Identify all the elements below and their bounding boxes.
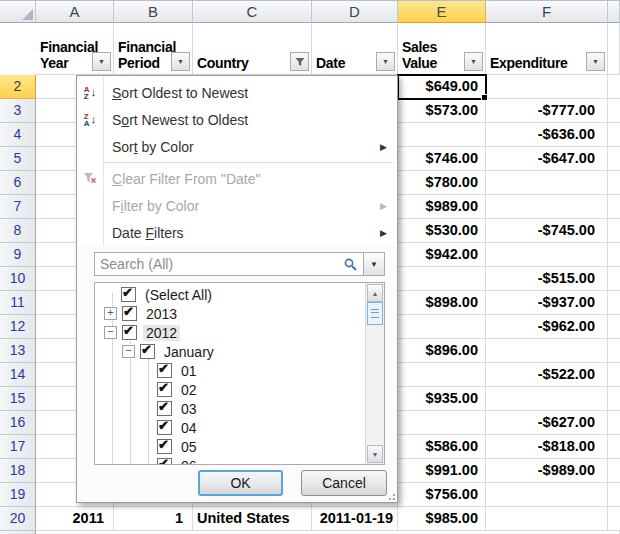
filter-arrow-button-E[interactable]: ▼	[464, 52, 483, 71]
cell-F15[interactable]	[486, 387, 608, 411]
row-header-19[interactable]: 19	[0, 483, 36, 507]
tree-item-label[interactable]: 2013	[143, 306, 180, 322]
cell-F12[interactable]: -$962.00	[486, 315, 608, 339]
cell-C20[interactable]: United States	[193, 507, 312, 531]
filter-arrow-button-F[interactable]: ▼	[586, 52, 605, 71]
tree-item-label[interactable]: 2012	[143, 325, 180, 341]
cell-E15[interactable]: $935.00	[398, 387, 486, 411]
filter-arrow-button-D[interactable]: ▼	[376, 52, 395, 71]
cell-E10[interactable]	[398, 267, 486, 291]
tree-item-label[interactable]: 05	[178, 439, 200, 455]
tree-item-label[interactable]: 01	[178, 363, 200, 379]
checkbox-04[interactable]: ✔	[157, 420, 172, 435]
tree-item-label[interactable]: 04	[178, 420, 200, 436]
scroll-up-button[interactable]: ▲	[367, 284, 383, 302]
tree-item-label[interactable]: 03	[178, 401, 200, 417]
filter-funnel-button-C[interactable]	[290, 52, 309, 71]
row-header-10[interactable]: 10	[0, 267, 36, 291]
cell-B20[interactable]: 1	[114, 507, 193, 531]
scroll-down-button[interactable]: ▼	[367, 445, 383, 463]
checkbox-02[interactable]: ✔	[157, 382, 172, 397]
row-header-7[interactable]: 7	[0, 195, 36, 219]
menu-item-date-filters[interactable]: Date Filters▶	[77, 219, 397, 246]
checkbox-2012[interactable]: ✔	[122, 325, 137, 340]
cell-F3[interactable]: -$777.00	[486, 99, 608, 123]
checkbox-2013[interactable]: ✔	[122, 306, 137, 321]
checkbox-06[interactable]: ✔	[157, 458, 172, 465]
row-header-11[interactable]: 11	[0, 291, 36, 315]
search-input[interactable]	[94, 252, 364, 276]
cell-F7[interactable]	[486, 195, 608, 219]
resize-grip[interactable]	[386, 491, 395, 500]
cell-F6[interactable]	[486, 171, 608, 195]
column-header-B[interactable]: B	[114, 1, 193, 23]
cell-E6[interactable]: $780.00	[398, 171, 486, 195]
expand-icon[interactable]: +	[104, 307, 117, 320]
cell-F19[interactable]	[486, 483, 608, 507]
cell-E2[interactable]: $649.00	[398, 75, 486, 99]
column-header-C[interactable]: C	[193, 1, 312, 23]
row-header-3[interactable]: 3	[0, 99, 36, 123]
menu-item-sort-by-color[interactable]: Sort by Color▶	[77, 133, 397, 160]
row-header-8[interactable]: 8	[0, 219, 36, 243]
cell-E5[interactable]: $746.00	[398, 147, 486, 171]
row-header-14[interactable]: 14	[0, 363, 36, 387]
row-header-13[interactable]: 13	[0, 339, 36, 363]
checkbox-selectall[interactable]: ✔	[121, 287, 136, 302]
row-header-20[interactable]: 20	[0, 507, 36, 531]
checkbox-01[interactable]: ✔	[157, 363, 172, 378]
cell-A20[interactable]: 2011	[36, 507, 114, 531]
menu-item-sort-newest-to-oldest[interactable]: ZA↓Sort Newest to Oldest	[77, 106, 397, 133]
menu-item-sort-oldest-to-newest[interactable]: AZ↓Sort Oldest to Newest	[77, 79, 397, 106]
tree-item-label[interactable]: (Select All)	[142, 287, 215, 303]
cell-F5[interactable]: -$647.00	[486, 147, 608, 171]
checkbox-03[interactable]: ✔	[157, 401, 172, 416]
cell-F11[interactable]: -$937.00	[486, 291, 608, 315]
header-cell-A[interactable]: Financial Year▼	[36, 23, 114, 75]
row-header-15[interactable]: 15	[0, 387, 36, 411]
cell-F10[interactable]: -$515.00	[486, 267, 608, 291]
row-header-12[interactable]: 12	[0, 315, 36, 339]
tree-item-label[interactable]: January	[161, 344, 217, 360]
cell-E17[interactable]: $586.00	[398, 435, 486, 459]
cell-E20[interactable]: $985.00	[398, 507, 486, 531]
checkbox-january[interactable]: ✔	[140, 344, 155, 359]
cell-E9[interactable]: $942.00	[398, 243, 486, 267]
tree-item-label[interactable]: 06	[178, 458, 200, 466]
cell-F18[interactable]: -$989.00	[486, 459, 608, 483]
cell-F13[interactable]	[486, 339, 608, 363]
row-header-16[interactable]: 16	[0, 411, 36, 435]
row-header-6[interactable]: 6	[0, 171, 36, 195]
column-header-F[interactable]: F	[486, 1, 608, 23]
collapse-icon[interactable]: −	[104, 326, 117, 339]
filter-arrow-button-A[interactable]: ▼	[92, 52, 111, 71]
cell-E19[interactable]: $756.00	[398, 483, 486, 507]
cell-F4[interactable]: -$636.00	[486, 123, 608, 147]
cell-E16[interactable]	[398, 411, 486, 435]
column-header-D[interactable]: D	[312, 1, 398, 23]
cell-D20[interactable]: 2011-01-19	[312, 507, 398, 531]
cell-F8[interactable]: -$745.00	[486, 219, 608, 243]
search-dropdown-button[interactable]: ▼	[363, 252, 385, 276]
cell-E11[interactable]: $898.00	[398, 291, 486, 315]
header-cell-E[interactable]: Sales Value▼	[398, 23, 486, 75]
cell-F17[interactable]: -$818.00	[486, 435, 608, 459]
checkbox-05[interactable]: ✔	[157, 439, 172, 454]
cell-E13[interactable]: $896.00	[398, 339, 486, 363]
cell-E14[interactable]	[398, 363, 486, 387]
header-cell-B[interactable]: Financial Period▼	[114, 23, 193, 75]
filter-arrow-button-B[interactable]: ▼	[171, 52, 190, 71]
cell-E4[interactable]	[398, 123, 486, 147]
collapse-icon[interactable]: −	[122, 345, 135, 358]
header-cell-F[interactable]: Expenditure▼	[486, 23, 608, 75]
ok-button[interactable]: OK	[198, 470, 283, 496]
row-header-2[interactable]: 2	[0, 75, 36, 99]
cell-F16[interactable]: -$627.00	[486, 411, 608, 435]
cell-F20[interactable]	[486, 507, 608, 531]
cell-F14[interactable]: -$522.00	[486, 363, 608, 387]
cell-E8[interactable]: $530.00	[398, 219, 486, 243]
cell-E7[interactable]: $989.00	[398, 195, 486, 219]
row-header-4[interactable]: 4	[0, 123, 36, 147]
header-cell-D[interactable]: Date▼	[312, 23, 398, 75]
scroll-thumb[interactable]	[367, 302, 383, 325]
